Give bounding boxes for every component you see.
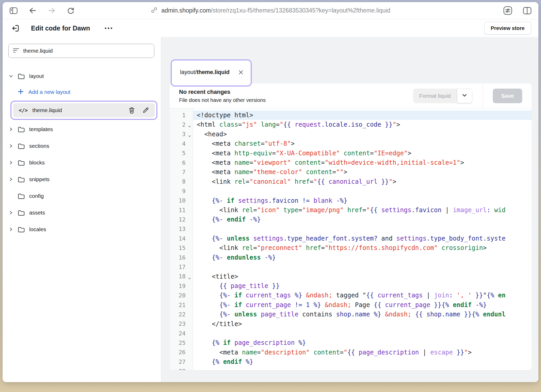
- tab-theme-liquid[interactable]: layout/theme.liquid: [174, 63, 248, 82]
- fold-toggle-icon[interactable]: [188, 275, 191, 281]
- code-line-20[interactable]: {%- if current_tags %} &ndash; tagged "{…: [193, 291, 532, 300]
- active-tab-highlight: layout/theme.liquid: [171, 59, 252, 87]
- format-options-button[interactable]: [457, 89, 472, 103]
- format-liquid-split-button: Format liquid: [413, 89, 472, 103]
- chevron-down-icon: [462, 93, 467, 99]
- folder-item-layout[interactable]: layout: [3, 68, 161, 84]
- code-editor[interactable]: 1234567891011121314151617181920212223242…: [170, 108, 532, 370]
- fold-toggle-icon[interactable]: [188, 133, 191, 139]
- search-input[interactable]: [23, 48, 150, 54]
- reload-icon[interactable]: [67, 6, 75, 15]
- line-number: 10: [170, 196, 193, 205]
- code-line-8[interactable]: <link rel="canonical" href="{{ canonical…: [193, 177, 532, 186]
- code-lines[interactable]: <!doctype html><html class="js" lang="{{…: [193, 108, 532, 370]
- split-view-icon[interactable]: [523, 7, 532, 15]
- folder-item-snippets[interactable]: snippets: [3, 171, 161, 188]
- status-title: No recent changes: [179, 89, 266, 95]
- line-number: 23: [170, 319, 193, 329]
- code-line-12[interactable]: {%- endif -%}: [193, 215, 532, 224]
- chevron-right-icon: [9, 227, 18, 231]
- code-line-27[interactable]: {% endif %}: [193, 357, 532, 366]
- folder-item-sections[interactable]: sections: [3, 138, 161, 154]
- code-line-22[interactable]: {%- unless page_title contains shop.name…: [193, 310, 532, 319]
- line-number: 9: [170, 186, 193, 196]
- sidebar-toggle-icon[interactable]: [9, 7, 18, 15]
- code-line-4[interactable]: <meta charset="utf-8">: [193, 139, 532, 148]
- code-line-18[interactable]: <title>: [193, 272, 532, 281]
- code-line-16[interactable]: {%- endunless -%}: [193, 253, 532, 262]
- forward-icon[interactable]: [48, 7, 56, 15]
- code-line-23[interactable]: </title>: [193, 319, 532, 329]
- line-number: 16: [170, 253, 193, 262]
- rename-file-icon[interactable]: [142, 107, 149, 114]
- app-header: Edit code for Dawn ••• Preview store: [3, 19, 538, 37]
- tab-bar: layout/theme.liquid: [161, 37, 538, 83]
- code-line-6[interactable]: <meta name="viewport" content="width=dev…: [193, 158, 532, 167]
- delete-file-icon[interactable]: [128, 107, 135, 114]
- code-line-2[interactable]: <html class="js" lang="{{ request.locale…: [193, 120, 532, 129]
- line-number: 5: [170, 149, 193, 158]
- line-number: 4: [170, 139, 193, 148]
- folder-item-blocks[interactable]: blocks: [3, 154, 161, 171]
- format-liquid-button[interactable]: Format liquid: [413, 89, 457, 103]
- file-tree: layoutAdd a new layout </> theme.liquid …: [3, 68, 161, 238]
- file-search[interactable]: [8, 44, 154, 58]
- code-line-19[interactable]: {{ page_title }}: [193, 281, 532, 291]
- folder-item-config[interactable]: config: [3, 188, 161, 204]
- code-line-13[interactable]: [193, 224, 532, 234]
- close-tab-icon[interactable]: [237, 69, 244, 76]
- code-line-15[interactable]: <link rel="preconnect" href="https://fon…: [193, 243, 532, 253]
- save-button[interactable]: Save: [493, 89, 522, 103]
- tab-label: layout/theme.liquid: [180, 69, 230, 76]
- chevron-right-icon: [9, 127, 18, 131]
- back-icon[interactable]: [29, 7, 37, 15]
- folder-item-assets[interactable]: assets: [3, 204, 161, 221]
- address-bar[interactable]: admin.shopify.com/store/rzq1xu-f5/themes…: [3, 7, 538, 15]
- editor-main: layout/theme.liquid No recent changes Fi…: [161, 37, 538, 382]
- line-number: 26: [170, 348, 193, 357]
- chevron-right-icon: [9, 161, 18, 165]
- line-number: 11: [170, 205, 193, 215]
- code-line-9[interactable]: [193, 186, 532, 196]
- folder-icon: [18, 126, 29, 133]
- add-new-layout-button[interactable]: Add a new layout: [18, 84, 161, 100]
- code-line-10[interactable]: {%- if settings.favicon != blank -%}: [193, 196, 532, 205]
- folder-item-locales[interactable]: locales: [3, 221, 161, 238]
- chevron-right-icon: [9, 144, 18, 148]
- line-number: 1: [170, 111, 193, 120]
- code-line-26[interactable]: <meta name="description" content="{{ pag…: [193, 348, 532, 357]
- toolbar-divider: [483, 83, 483, 108]
- code-line-11[interactable]: <link rel="icon" type="image/png" href="…: [193, 205, 532, 215]
- page-settings-icon[interactable]: [503, 6, 512, 15]
- code-line-14[interactable]: {%- unless settings.type_header_font.sys…: [193, 234, 532, 243]
- folder-icon: [18, 73, 29, 79]
- line-number: 3: [170, 130, 193, 139]
- line-number: 21: [170, 300, 193, 310]
- more-actions-icon[interactable]: •••: [104, 25, 113, 31]
- file-sidebar: layoutAdd a new layout </> theme.liquid …: [3, 37, 161, 382]
- code-line-1[interactable]: <!doctype html>: [193, 111, 532, 120]
- fold-toggle-icon[interactable]: [188, 123, 191, 130]
- version-status: No recent changes File does not have any…: [179, 89, 266, 103]
- code-line-24[interactable]: [193, 329, 532, 338]
- line-number: 8: [170, 177, 193, 186]
- code-line-25[interactable]: {% if page_description %}: [193, 338, 532, 347]
- code-line-3[interactable]: <head>: [193, 130, 532, 139]
- chevron-right-icon: [9, 211, 18, 215]
- line-number: 19: [170, 281, 193, 291]
- folder-icon: [18, 226, 29, 233]
- code-line-17[interactable]: [193, 262, 532, 272]
- preview-store-button[interactable]: Preview store: [484, 22, 531, 35]
- code-line-21[interactable]: {%- if current_page != 1 %} &ndash; Page…: [193, 300, 532, 310]
- link-icon: [151, 7, 158, 15]
- line-number: 12: [170, 215, 193, 224]
- line-number: 17: [170, 262, 193, 272]
- exit-icon[interactable]: [11, 24, 20, 33]
- code-line-7[interactable]: <meta name="theme-color" content="">: [193, 167, 532, 177]
- folder-item-templates[interactable]: templates: [3, 121, 161, 138]
- folder-icon: [18, 160, 29, 166]
- code-line-5[interactable]: <meta http-equiv="X-UA-Compatible" conte…: [193, 149, 532, 158]
- code-line-28[interactable]: [193, 367, 532, 370]
- line-number: 7: [170, 167, 193, 177]
- file-item-theme.liquid[interactable]: </> theme.liquid: [13, 103, 155, 117]
